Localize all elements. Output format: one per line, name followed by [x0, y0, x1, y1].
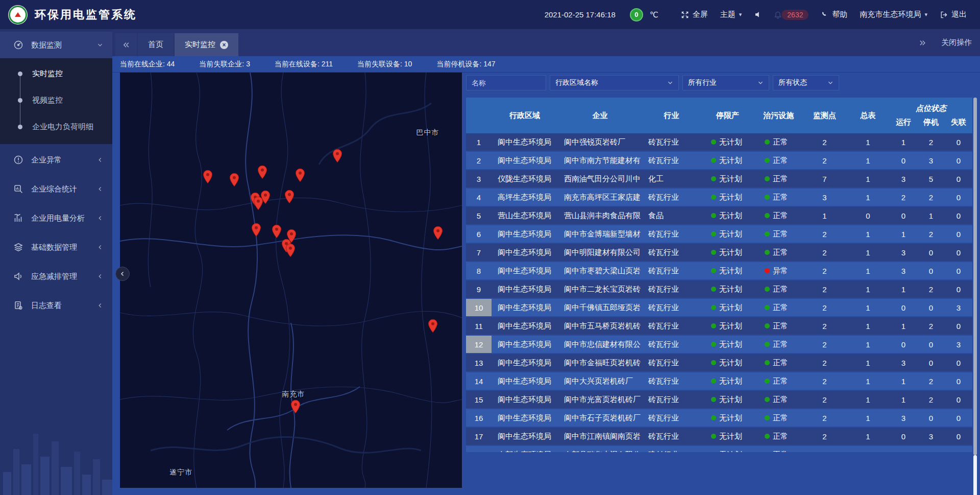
table-row[interactable]: 13阆中生态环境局阆中市金福旺页岩机砖砖瓦行业无计划正常21300 [466, 354, 972, 371]
cell-region: 阆中生态环境局 [492, 229, 558, 239]
notifications[interactable]: 2632 [774, 10, 808, 20]
status-dot [711, 213, 716, 218]
map-panel[interactable]: 巴中市南充市遂宁市 [120, 73, 462, 488]
table-row[interactable]: 12阆中生态环境局阆中市忠信建材有限公砖瓦行业无计划正常21003 [466, 336, 972, 353]
double-chevron-right-icon[interactable] [919, 39, 926, 46]
table-row[interactable]: 1阆中生态环境局阆中强锐页岩砖厂砖瓦行业无计划正常21120 [466, 133, 972, 151]
table-row[interactable]: 4高坪生态环境局南充市高坪区王家店建砖瓦行业无计划正常31220 [466, 188, 972, 206]
sidebar-item-data-monitor[interactable]: 数据监测 [0, 32, 112, 58]
map-pin-icon[interactable] [229, 173, 239, 187]
status-text: 正常 [773, 229, 788, 239]
cell-limit-status: 无计划 [701, 450, 754, 453]
table-row[interactable]: 9阆中生态环境局阆中市二龙长宝页岩砖砖瓦行业无计划正常21120 [466, 280, 972, 298]
status-text: 正常 [773, 432, 788, 441]
tab-realtime[interactable]: 实时监控× [175, 33, 238, 56]
alert-icon [13, 155, 23, 165]
table-row[interactable]: 15阆中生态环境局阆中市光富页岩机砖厂砖瓦行业无计划正常21120 [466, 391, 972, 408]
sidebar-item-logs[interactable]: 日志查看 [0, 292, 112, 319]
region-filter-select[interactable]: 行政区域名称 [550, 75, 679, 90]
cell-run-count: 0 [890, 340, 917, 349]
cell-run-count: 1 [890, 322, 917, 331]
map-pin-icon[interactable] [257, 165, 267, 179]
map-pin-icon[interactable] [284, 190, 295, 204]
status-stat: 当前停机设备: 147 [436, 60, 495, 69]
map-pin-icon[interactable] [332, 149, 342, 163]
cell-run-count: 1 [890, 395, 917, 404]
status-text: 正常 [773, 303, 788, 313]
cell-limit-status: 无计划 [701, 229, 754, 239]
cell-region: 阆中生态环境局 [492, 303, 558, 313]
app-title: 环保用电监管系统 [35, 7, 137, 22]
sidebar-subitem-label: 实时监控 [32, 69, 63, 79]
cell-facility-status: 正常 [754, 248, 803, 257]
theme-dropdown[interactable]: 主题▾ [720, 10, 742, 19]
cell-industry: 化工 [642, 174, 701, 184]
sidebar-item-emergency[interactable]: 应急减排管理 [0, 263, 112, 290]
map-pin-icon[interactable] [203, 170, 213, 184]
table-row[interactable]: 16阆中生态环境局阆中市石子页岩机砖厂砖瓦行业无计划正常21300 [466, 409, 972, 427]
table-row[interactable]: 2阆中生态环境局阆中市南方节能建材有砖瓦行业无计划正常21030 [466, 152, 972, 169]
stats-search-icon [13, 184, 23, 194]
cell-company: 阆中市石子页岩机砖厂 [558, 413, 642, 423]
map-pin-icon[interactable] [272, 224, 282, 239]
column-header: 行政区域 [492, 98, 558, 133]
help-button[interactable]: 帮助 [821, 10, 847, 19]
logout-button[interactable]: 退出 [940, 10, 967, 19]
map-pin-icon[interactable] [290, 399, 301, 414]
sidebar-item-power-analysis[interactable]: 企业用电量分析 [0, 205, 112, 231]
cell-total-meter: 1 [846, 156, 890, 165]
map-collapse-handle[interactable] [115, 267, 130, 281]
table-row[interactable]: 18南部生态环境局南部县瑞华水泥有限公建材行业无计划正常21030 [466, 446, 972, 452]
cell-facility-status: 正常 [754, 376, 803, 386]
status-dot [765, 397, 770, 402]
status-text: 无计划 [719, 450, 742, 453]
industry-filter-select[interactable]: 所有行业 [682, 75, 769, 90]
table-scrollbar[interactable] [973, 98, 977, 495]
table-row[interactable]: 3仪陇生态环境局西南油气田分公司川中化工无计划正常71350 [466, 170, 972, 187]
layers-icon [13, 242, 23, 252]
map-pin-icon[interactable] [433, 226, 443, 240]
cell-stop-count: 2 [917, 395, 945, 404]
fullscreen-button[interactable]: 全屏 [681, 10, 708, 19]
status-dot [765, 139, 770, 145]
status-stat: 当前失联设备: 10 [357, 60, 412, 69]
close-all-button[interactable]: 关闭操作 [941, 38, 972, 48]
sidebar-item-company-abnormal[interactable]: 企业异常 [0, 147, 112, 173]
cell-limit-status: 无计划 [701, 193, 754, 202]
name-filter-input[interactable] [466, 75, 546, 90]
status-filter-select[interactable]: 所有状态 [773, 75, 839, 90]
status-dot [711, 195, 716, 200]
tabs-scroll-left-button[interactable] [115, 33, 137, 56]
cell-limit-status: 无计划 [701, 303, 754, 313]
map-pin-icon[interactable] [260, 190, 271, 204]
table-row[interactable]: 11阆中生态环境局阆中市五马桥页岩机砖砖瓦行业无计划正常21120 [466, 317, 972, 335]
table-row[interactable]: 17阆中生态环境局阆中市江南镇阆南页岩砖瓦行业无计划正常21030 [466, 428, 972, 445]
status-dot [765, 268, 770, 273]
row-index: 4 [466, 188, 492, 206]
sidebar-item-base-data[interactable]: 基础数据管理 [0, 234, 112, 261]
status-text: 无计划 [719, 156, 742, 166]
map-pin-icon[interactable] [428, 319, 438, 333]
table-row[interactable]: 14阆中生态环境局阆中大兴页岩机砖厂砖瓦行业无计划正常21120 [466, 372, 972, 390]
status-dot [711, 158, 716, 163]
sidebar-subitem-video[interactable]: 视频监控 [0, 87, 112, 113]
table-row[interactable]: 5营山生态环境局营山县润丰肉食品有限食品无计划正常10010 [466, 207, 972, 224]
sidebar-subitem-load-detail[interactable]: 企业电力负荷明细 [0, 113, 112, 140]
close-icon[interactable]: × [220, 41, 228, 49]
chevron-left-icon [120, 271, 125, 276]
table-row[interactable]: 6阆中生态环境局阆中市金博瑞新型墙材砖瓦行业无计划正常21120 [466, 225, 972, 243]
tab-home[interactable]: 首页 [138, 33, 174, 56]
sidebar-subitem-realtime[interactable]: 实时监控 [0, 60, 112, 87]
sidebar-item-company-stats[interactable]: 企业综合统计 [0, 176, 112, 202]
map-pin-icon[interactable] [251, 223, 261, 237]
org-dropdown[interactable]: 南充市生态环境局▾ [860, 10, 927, 19]
cell-industry: 砖瓦行业 [642, 137, 701, 147]
table-row[interactable]: 8阆中生态环境局阆中市枣碧大梁山页岩砖瓦行业无计划异常21300 [466, 262, 972, 279]
table-row[interactable]: 7阆中生态环境局阆中明阳建材有限公司砖瓦行业无计划正常21300 [466, 244, 972, 261]
cell-stop-count: 2 [917, 138, 945, 147]
map-pin-icon[interactable] [295, 168, 305, 182]
table-row[interactable]: 10阆中生态环境局阆中千佛镇五郎垭页岩砖瓦行业无计划正常21003 [466, 299, 972, 316]
cell-limit-status: 无计划 [701, 266, 754, 276]
map-pin-icon[interactable] [285, 243, 296, 257]
volume-button[interactable] [754, 11, 762, 18]
